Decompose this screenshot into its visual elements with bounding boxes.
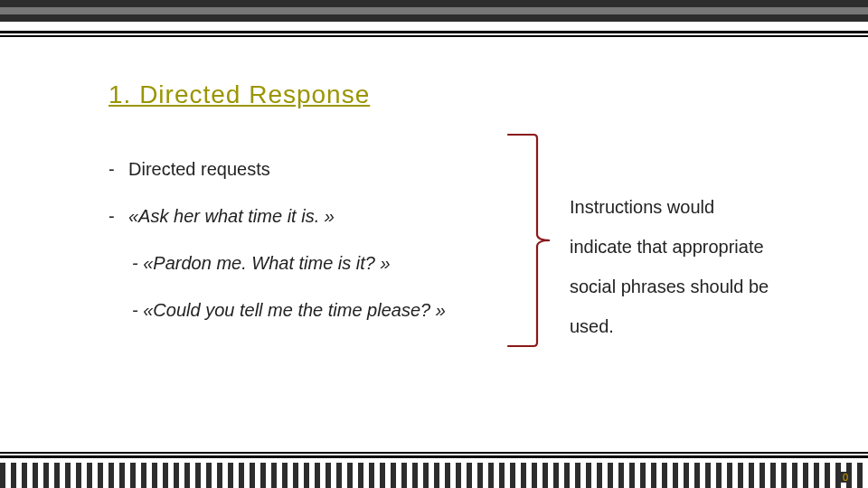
bullet-text: «Ask her what time it is. » bbox=[128, 192, 335, 239]
bottom-stripe-bar: 0 bbox=[0, 463, 868, 488]
bullet-list: - Directed requests - «Ask her what time… bbox=[108, 145, 524, 333]
bullet-item: - Directed requests bbox=[108, 145, 524, 192]
bullet-subitem: - «Pardon me. What time is it? » bbox=[108, 239, 524, 286]
bullet-item: - «Ask her what time it is. » bbox=[108, 192, 524, 239]
slide-body: 1. Directed Response - Directed requests… bbox=[0, 37, 868, 452]
bottom-rule bbox=[0, 452, 868, 458]
page-number: 0 bbox=[841, 472, 850, 483]
explanatory-text: Instructions would indicate that appropr… bbox=[570, 187, 778, 346]
top-rule bbox=[0, 31, 868, 37]
curly-bracket-icon bbox=[506, 127, 568, 353]
bullet-dash: - bbox=[108, 145, 128, 192]
bullet-dash: - bbox=[108, 192, 128, 239]
bullet-text: - «Pardon me. What time is it? » bbox=[132, 239, 391, 286]
slide-heading: 1. Directed Response bbox=[108, 80, 370, 109]
bullet-subitem: - «Could you tell me the time please? » bbox=[108, 286, 524, 333]
bullet-text: - «Could you tell me the time please? » bbox=[132, 286, 446, 333]
bottom-decoration: 0 bbox=[0, 452, 868, 488]
top-decoration-bar bbox=[0, 0, 868, 22]
bullet-text: Directed requests bbox=[128, 145, 270, 192]
